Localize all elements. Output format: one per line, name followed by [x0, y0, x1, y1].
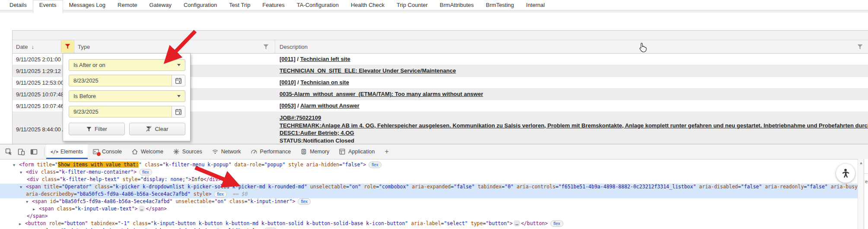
code-line[interactable]: <div class="k-filter-help-text" style="d… [0, 176, 858, 184]
code-line-selected[interactable]: ▼<span title="Operator" class="k-picker … [0, 184, 858, 191]
devtools-tab-elements[interactable]: </>Elements [46, 144, 88, 159]
code-token: aria-controls [514, 184, 556, 190]
tab-test-trip[interactable]: Test Trip [223, 0, 256, 10]
description-link[interactable]: [0010] [280, 79, 296, 86]
tab-configuration[interactable]: Configuration [178, 0, 223, 10]
cell-description: TECHNICIAN ON SITE ELE: Elevator Under S… [275, 65, 868, 76]
expand-arrow-icon[interactable]: ▶ [19, 222, 25, 226]
filter-clear-button[interactable]: Clear [129, 123, 185, 135]
tab-messages-log[interactable]: Messages Log [63, 0, 112, 10]
code-line[interactable]: </span> [0, 213, 858, 220]
filter-date-1-input[interactable]: 8/23/2025 [69, 75, 185, 86]
code-token: <form [19, 162, 34, 168]
accessibility-overlay-button[interactable] [836, 164, 855, 183]
tab-health-check[interactable]: Health Check [345, 0, 391, 10]
date-filter-button[interactable] [61, 40, 74, 53]
calendar-button[interactable] [172, 75, 185, 86]
collapsed-content-icon[interactable]: … [139, 206, 145, 212]
column-header-type[interactable]: Type [74, 40, 275, 53]
date-filter-popup: Is After or on 8/23/2025 Is Before 9/23/… [63, 53, 191, 141]
scroll-up-icon[interactable]: ▲ [859, 161, 863, 229]
add-devtools-tab-button[interactable]: + [379, 144, 394, 159]
code-token: class [130, 220, 148, 226]
description-link[interactable]: TECHNICIAN ON SITE ELE: Elevator Under S… [280, 67, 456, 74]
column-header-description[interactable]: Description [275, 40, 868, 53]
devtools-tab-application[interactable]: Application [334, 144, 379, 159]
funnel-active-icon [65, 44, 70, 49]
dock-side-icon[interactable] [29, 147, 38, 156]
expand-arrow-icon[interactable]: ▼ [26, 200, 32, 204]
network-icon [212, 148, 219, 155]
expand-arrow-icon[interactable]: ▶ [33, 207, 39, 211]
tab-trip-counter[interactable]: Trip Counter [391, 0, 434, 10]
tab-gateway[interactable]: Gateway [143, 0, 178, 10]
expand-arrow-icon[interactable]: ▼ [20, 185, 26, 189]
devtools-tab-network[interactable]: Network [207, 144, 246, 159]
code-token: style [191, 191, 209, 197]
flex-badge[interactable]: flex [139, 169, 152, 175]
description-link[interactable]: [0011] [280, 56, 296, 62]
flex-badge[interactable]: flex [298, 198, 311, 205]
type-filter-button[interactable] [260, 41, 272, 53]
description-link[interactable]: JOB#:75022109 [280, 114, 321, 121]
flex-badge[interactable]: flex [550, 220, 563, 227]
code-token: "false" [807, 184, 827, 190]
code-line[interactable]: ▶<button role="button" tabindex="-1" cla… [0, 220, 858, 228]
filter-apply-button[interactable]: Filter [69, 123, 125, 135]
devtools-tab-performance[interactable]: Performance [246, 144, 296, 159]
code-token: "false" [454, 184, 474, 190]
filter-date-2-input[interactable]: 9/23/2025 [69, 106, 185, 118]
code-token: = [556, 184, 559, 190]
devtools-scrollbar[interactable]: ▲ [858, 159, 864, 229]
code-token: type [468, 220, 483, 226]
code-token: aria-readonly [762, 184, 804, 190]
code-token: class [226, 198, 245, 204]
description-link[interactable]: Technician left site [300, 56, 350, 62]
column-header-date[interactable]: Date ↓ [13, 40, 74, 53]
description-link[interactable]: 0035-Alarm without answer (ETMA/TAM): To… [280, 91, 483, 97]
expand-arrow-icon[interactable]: ▼ [13, 163, 19, 167]
code-line-selected[interactable]: aria-describedby="b8a50fc5-fd9a-4a86-b56… [0, 191, 858, 198]
calendar-button[interactable] [172, 106, 185, 117]
tab-details[interactable]: Details [3, 0, 33, 10]
description-link[interactable]: Technician on site [300, 79, 349, 86]
devtools-tab-welcome[interactable]: Welcome [127, 144, 168, 159]
device-toolbar-icon[interactable] [17, 147, 25, 156]
tab-ta-configuration[interactable]: TA-Configuration [291, 0, 345, 10]
tab-remote[interactable]: Remote [111, 0, 143, 10]
devtools-tab-label: Elements [60, 149, 83, 155]
tab-features[interactable]: Features [256, 0, 290, 10]
code-token: " [139, 162, 142, 168]
flex-badge[interactable]: flex [214, 191, 227, 197]
code-line[interactable]: ▼<form title="Show items with value that… [0, 162, 858, 169]
code-line[interactable]: ▼<div class="k-filter-menu-container">fl… [0, 169, 858, 176]
description-link[interactable]: TECHREMARK:Anlage AB im 4. OG, Fehlerspe… [280, 122, 868, 129]
tab-brmattributes[interactable]: BrmAttributes [434, 0, 480, 10]
filter-operator-2-dropdown[interactable]: Is Before [69, 90, 185, 102]
expand-arrow-icon[interactable]: ▼ [20, 170, 26, 175]
filter-operator-1-dropdown[interactable]: Is After or on [69, 59, 185, 71]
tab-internal[interactable]: Internal [520, 0, 551, 10]
code-token: "k-filter-help-text" [60, 176, 119, 182]
flex-badge[interactable]: flex [369, 162, 382, 168]
code-token: "select" [444, 220, 467, 226]
code-token: == [227, 191, 242, 197]
devtools-tab-memory[interactable]: Memory [296, 144, 334, 159]
code-line[interactable]: ▶<span class="k-input-value-text">…</spa… [0, 206, 858, 213]
description-link[interactable]: DESC1:Außer Betrieb; 4.OG [280, 130, 354, 136]
devtools-tab-console[interactable]: Console [88, 144, 127, 159]
description-filter-button[interactable] [854, 41, 866, 53]
description-link[interactable]: Alarm without Answer [300, 102, 359, 109]
code-line[interactable]: ▼<span id="b8a50fc5-fd9a-4a86-b56a-5ece4… [0, 198, 858, 206]
devtools-tab-sources[interactable]: Sources [168, 144, 207, 159]
devtools-tab-label: Application [348, 149, 375, 155]
tab-brmtesting[interactable]: BrmTesting [480, 0, 520, 10]
inspect-element-icon[interactable] [4, 147, 13, 156]
collapsed-content-icon[interactable]: … [514, 220, 520, 226]
code-token: aria-busy [828, 184, 858, 190]
tab-events[interactable]: Events [33, 0, 63, 13]
code-token: "button" [64, 220, 88, 226]
code-token: "false" [741, 184, 762, 190]
description-link[interactable]: [0053] [280, 102, 296, 109]
error-count-badge [96, 152, 101, 156]
